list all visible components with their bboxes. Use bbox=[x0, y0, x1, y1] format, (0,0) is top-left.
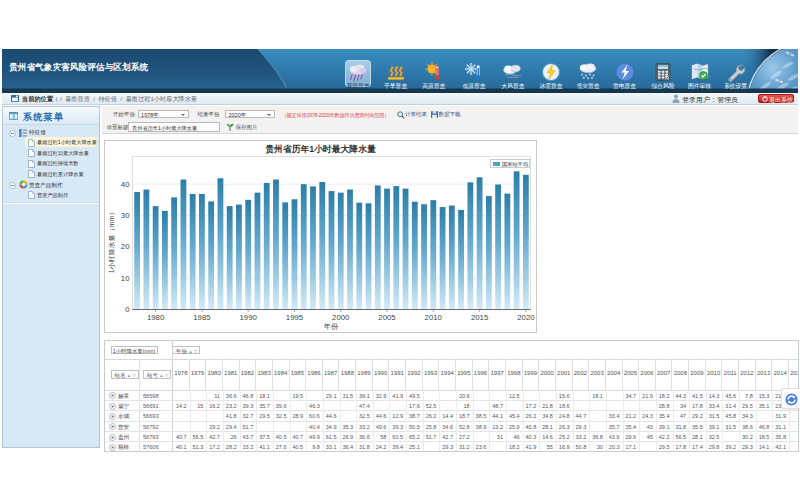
svg-text:1995: 1995 bbox=[286, 312, 304, 321]
svg-text:2005: 2005 bbox=[378, 312, 396, 321]
svg-text:1小时降水量（mm）: 1小时降水量（mm） bbox=[108, 208, 116, 273]
svg-text:2015: 2015 bbox=[471, 312, 489, 321]
svg-text:2000: 2000 bbox=[332, 312, 350, 321]
svg-text:1985: 1985 bbox=[193, 312, 211, 321]
svg-text:年份: 年份 bbox=[323, 321, 339, 330]
svg-text:1990: 1990 bbox=[240, 312, 258, 321]
svg-text:20: 20 bbox=[121, 242, 130, 251]
svg-text:40: 40 bbox=[121, 179, 130, 188]
svg-text:10: 10 bbox=[121, 273, 130, 282]
svg-text:2020: 2020 bbox=[517, 312, 535, 321]
svg-text:0: 0 bbox=[125, 305, 130, 314]
svg-text:30: 30 bbox=[121, 211, 130, 220]
svg-text:2010: 2010 bbox=[425, 312, 443, 321]
svg-text:1980: 1980 bbox=[147, 312, 165, 321]
